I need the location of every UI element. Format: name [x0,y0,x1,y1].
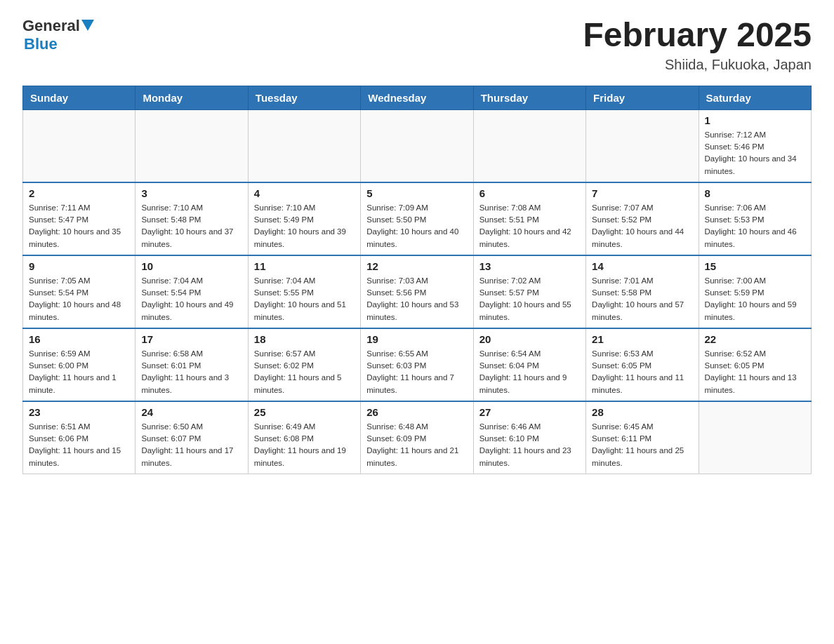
day-number: 2 [29,187,129,199]
day-info: Sunrise: 7:04 AMSunset: 5:55 PMDaylight:… [254,275,355,323]
day-number: 10 [141,260,241,272]
calendar-cell: 2Sunrise: 7:11 AMSunset: 5:47 PMDaylight… [23,182,135,255]
svg-marker-0 [81,20,94,31]
calendar-cell: 20Sunrise: 6:54 AMSunset: 6:04 PMDayligh… [473,328,585,401]
day-info: Sunrise: 7:06 AMSunset: 5:53 PMDaylight:… [705,202,805,250]
day-info: Sunrise: 7:11 AMSunset: 5:47 PMDaylight:… [29,202,129,250]
logo-triangle-icon [81,20,94,32]
calendar-week-3: 16Sunrise: 6:59 AMSunset: 6:00 PMDayligh… [23,328,812,401]
calendar-cell: 25Sunrise: 6:49 AMSunset: 6:08 PMDayligh… [248,401,360,474]
day-number: 18 [254,333,355,345]
calendar-cell: 13Sunrise: 7:02 AMSunset: 5:57 PMDayligh… [473,255,585,328]
day-number: 27 [479,406,580,418]
calendar-cell: 11Sunrise: 7:04 AMSunset: 5:55 PMDayligh… [248,255,360,328]
calendar-cell: 8Sunrise: 7:06 AMSunset: 5:53 PMDaylight… [699,182,811,255]
day-number: 22 [705,333,805,345]
day-number: 8 [705,187,805,199]
logo-blue-text: Blue [24,35,58,53]
day-info: Sunrise: 6:46 AMSunset: 6:10 PMDaylight:… [479,421,580,469]
day-number: 26 [366,406,467,418]
calendar-week-4: 23Sunrise: 6:51 AMSunset: 6:06 PMDayligh… [23,401,812,474]
day-number: 9 [29,260,129,272]
calendar-cell: 5Sunrise: 7:09 AMSunset: 5:50 PMDaylight… [361,182,473,255]
calendar-cell: 28Sunrise: 6:45 AMSunset: 6:11 PMDayligh… [586,401,699,474]
day-info: Sunrise: 6:45 AMSunset: 6:11 PMDaylight:… [592,421,692,469]
day-header-monday: Monday [135,86,248,109]
calendar-cell: 27Sunrise: 6:46 AMSunset: 6:10 PMDayligh… [473,401,585,474]
day-info: Sunrise: 6:55 AMSunset: 6:03 PMDaylight:… [366,348,467,396]
day-header-sunday: Sunday [23,86,135,109]
calendar-cell: 14Sunrise: 7:01 AMSunset: 5:58 PMDayligh… [586,255,699,328]
calendar-cell: 9Sunrise: 7:05 AMSunset: 5:54 PMDaylight… [23,255,135,328]
calendar-cell: 16Sunrise: 6:59 AMSunset: 6:00 PMDayligh… [23,328,135,401]
day-info: Sunrise: 7:10 AMSunset: 5:48 PMDaylight:… [141,202,241,250]
calendar-cell [473,109,585,182]
day-info: Sunrise: 7:07 AMSunset: 5:52 PMDaylight:… [592,202,692,250]
logo: General Blue [22,17,94,53]
day-info: Sunrise: 7:03 AMSunset: 5:56 PMDaylight:… [366,275,467,323]
day-number: 14 [592,260,692,272]
calendar-cell: 7Sunrise: 7:07 AMSunset: 5:52 PMDaylight… [586,182,699,255]
calendar-cell: 18Sunrise: 6:57 AMSunset: 6:02 PMDayligh… [248,328,360,401]
calendar-cell: 3Sunrise: 7:10 AMSunset: 5:48 PMDaylight… [135,182,248,255]
day-info: Sunrise: 7:01 AMSunset: 5:58 PMDaylight:… [592,275,692,323]
day-number: 25 [254,406,355,418]
calendar-cell: 23Sunrise: 6:51 AMSunset: 6:06 PMDayligh… [23,401,135,474]
calendar-week-1: 2Sunrise: 7:11 AMSunset: 5:47 PMDaylight… [23,182,812,255]
day-info: Sunrise: 6:53 AMSunset: 6:05 PMDaylight:… [592,348,692,396]
calendar-cell: 22Sunrise: 6:52 AMSunset: 6:05 PMDayligh… [699,328,811,401]
day-number: 4 [254,187,355,199]
day-number: 19 [366,333,467,345]
day-number: 20 [479,333,580,345]
days-header-row: SundayMondayTuesdayWednesdayThursdayFrid… [23,86,812,109]
calendar-cell: 12Sunrise: 7:03 AMSunset: 5:56 PMDayligh… [361,255,473,328]
day-info: Sunrise: 6:48 AMSunset: 6:09 PMDaylight:… [366,421,467,469]
calendar-cell [23,109,135,182]
day-number: 5 [366,187,467,199]
day-info: Sunrise: 7:04 AMSunset: 5:54 PMDaylight:… [141,275,241,323]
day-info: Sunrise: 6:54 AMSunset: 6:04 PMDaylight:… [479,348,580,396]
day-number: 21 [592,333,692,345]
day-header-tuesday: Tuesday [248,86,360,109]
day-header-thursday: Thursday [473,86,585,109]
day-number: 11 [254,260,355,272]
month-title: February 2025 [583,17,812,54]
day-info: Sunrise: 6:49 AMSunset: 6:08 PMDaylight:… [254,421,355,469]
calendar-table: SundayMondayTuesdayWednesdayThursdayFrid… [22,86,812,474]
day-info: Sunrise: 6:59 AMSunset: 6:00 PMDaylight:… [29,348,129,396]
day-number: 28 [592,406,692,418]
day-info: Sunrise: 7:10 AMSunset: 5:49 PMDaylight:… [254,202,355,250]
day-number: 12 [366,260,467,272]
day-number: 15 [705,260,805,272]
day-info: Sunrise: 6:51 AMSunset: 6:06 PMDaylight:… [29,421,129,469]
calendar-cell: 21Sunrise: 6:53 AMSunset: 6:05 PMDayligh… [586,328,699,401]
day-number: 1 [705,114,805,126]
day-info: Sunrise: 6:58 AMSunset: 6:01 PMDaylight:… [141,348,241,396]
calendar-cell [586,109,699,182]
calendar-week-2: 9Sunrise: 7:05 AMSunset: 5:54 PMDaylight… [23,255,812,328]
day-header-wednesday: Wednesday [361,86,473,109]
calendar-cell: 10Sunrise: 7:04 AMSunset: 5:54 PMDayligh… [135,255,248,328]
calendar-cell [248,109,360,182]
page-header: General Blue February 2025 Shiida, Fukuo… [22,17,812,73]
day-info: Sunrise: 6:57 AMSunset: 6:02 PMDaylight:… [254,348,355,396]
calendar-cell [135,109,248,182]
calendar-cell: 6Sunrise: 7:08 AMSunset: 5:51 PMDaylight… [473,182,585,255]
logo-general-text: General [22,17,80,35]
day-info: Sunrise: 7:00 AMSunset: 5:59 PMDaylight:… [705,275,805,323]
day-header-friday: Friday [586,86,699,109]
day-number: 7 [592,187,692,199]
title-section: February 2025 Shiida, Fukuoka, Japan [583,17,812,73]
day-number: 13 [479,260,580,272]
day-info: Sunrise: 7:09 AMSunset: 5:50 PMDaylight:… [366,202,467,250]
calendar-cell: 24Sunrise: 6:50 AMSunset: 6:07 PMDayligh… [135,401,248,474]
day-info: Sunrise: 6:52 AMSunset: 6:05 PMDaylight:… [705,348,805,396]
calendar-cell: 15Sunrise: 7:00 AMSunset: 5:59 PMDayligh… [699,255,811,328]
day-header-saturday: Saturday [699,86,811,109]
calendar-cell [361,109,473,182]
day-number: 6 [479,187,580,199]
day-number: 17 [141,333,241,345]
day-number: 24 [141,406,241,418]
location-text: Shiida, Fukuoka, Japan [583,57,812,73]
day-number: 16 [29,333,129,345]
